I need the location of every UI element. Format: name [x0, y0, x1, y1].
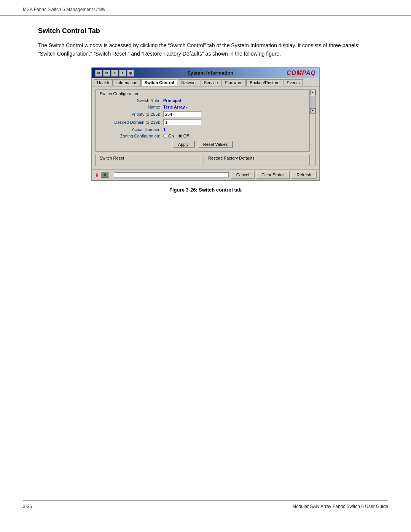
title-icon-1: ⊞ — [95, 70, 102, 77]
tab-events[interactable]: Events — [284, 79, 303, 86]
tab-bar: Health Information Switch Control Networ… — [92, 78, 319, 86]
field-zoning-config: Zoning Configuration: On Off — [99, 134, 306, 138]
reset-values-button[interactable]: Reset Values — [198, 141, 233, 148]
tab-service[interactable]: Service — [201, 79, 221, 86]
title-icon-2: ✿ — [103, 70, 110, 77]
field-switch-role: Switch Role: Principal — [99, 98, 306, 103]
input-priority[interactable] — [163, 111, 201, 117]
tab-information[interactable]: Information — [113, 79, 141, 86]
label-actual-domain: Actual Domain: — [106, 127, 163, 132]
status-icon-box: ⊞ — [101, 172, 108, 178]
footer-left: 3-36 — [23, 504, 32, 509]
title-icon-3: ≡ — [111, 70, 118, 77]
doc-footer: 3-36 Modular SAN Array Fabric Switch 6 U… — [23, 500, 388, 509]
cancel-button[interactable]: Cancel — [231, 171, 255, 179]
radio-off-circle[interactable] — [178, 134, 182, 138]
status-progress-bar — [114, 172, 229, 177]
doc-header: MSA Fabric Switch 6 Management Utility — [0, 0, 411, 16]
switch-reset-title: Switch Reset — [99, 156, 125, 160]
scroll-thumb[interactable] — [311, 96, 315, 107]
scroll-down-arrow[interactable]: ▼ — [310, 108, 315, 113]
main-panel: Switch Configuration Switch Role: Princi… — [92, 86, 319, 169]
section-title: Switch Control Tab — [38, 27, 373, 35]
tab-network[interactable]: Network — [178, 79, 200, 86]
status-icons: 🌡 ⊞ — [94, 172, 108, 178]
value-name: Terje Array - — [163, 105, 188, 109]
screenshot-window: ⊞ ✿ ≡ ✦ ◉ System Information COMPAQ Heal… — [91, 67, 320, 181]
refresh-button[interactable]: Refresh — [291, 171, 317, 179]
radio-off[interactable]: Off — [178, 134, 189, 138]
switch-config-title: Switch Configuration — [99, 91, 139, 96]
radio-on-label: On — [168, 134, 174, 138]
field-priority: Priority (1-255): — [99, 111, 306, 117]
tab-firmware[interactable]: Firmware — [221, 79, 246, 86]
radio-on[interactable]: On — [163, 134, 174, 138]
config-button-row: Apply Reset Values — [99, 141, 306, 148]
doc-content: Switch Control Tab The Switch Control wi… — [0, 16, 411, 219]
field-actual-domain: Actual Domain: 1 — [99, 127, 306, 132]
restore-defaults-group: Restore Factory Defaults — [204, 154, 310, 166]
radio-off-label: Off — [183, 134, 189, 138]
label-priority: Priority (1-255): — [106, 112, 163, 117]
restore-defaults-title: Restore Factory Defaults — [207, 156, 256, 160]
switch-reset-group: Switch Reset — [95, 154, 201, 166]
field-name: Name: Terje Array - — [99, 105, 306, 109]
panel-content: Switch Configuration Switch Role: Princi… — [95, 89, 310, 166]
title-icon-5: ◉ — [127, 70, 134, 77]
clear-status-button[interactable]: Clear Status — [256, 171, 290, 179]
title-icon-4: ✦ — [119, 70, 126, 77]
radio-on-circle[interactable] — [163, 134, 167, 138]
status-bar: 🌡 ⊞ Cancel Clear Status Refresh — [92, 169, 319, 180]
label-switch-role: Switch Role: — [106, 98, 163, 103]
bottom-groups: Switch Reset Restore Factory Defaults — [95, 154, 310, 166]
footer-right: Modular SAN Array Fabric Switch 6 User G… — [292, 504, 388, 509]
label-name: Name: — [106, 105, 163, 109]
status-buttons: Cancel Clear Status Refresh — [231, 171, 317, 179]
thermometer-icon: 🌡 — [94, 172, 100, 178]
label-zoning-config: Zoning Configuration: — [106, 134, 163, 138]
field-desired-domain: Desired Domain (1-239): — [99, 119, 306, 125]
compaq-logo: COMPAQ — [287, 70, 316, 77]
header-text: MSA Fabric Switch 6 Management Utility — [23, 7, 105, 12]
title-icon-group: ⊞ ✿ ≡ ✦ ◉ — [95, 70, 134, 77]
title-bar-inner: ⊞ ✿ ≡ ✦ ◉ System Information COMPAQ — [95, 70, 316, 77]
window-title: System Information — [137, 70, 284, 76]
value-actual-domain: 1 — [163, 127, 166, 132]
apply-button[interactable]: Apply — [172, 141, 195, 148]
tab-backup-restore[interactable]: Backup/Restore — [246, 79, 283, 86]
radio-group-zoning: On Off — [163, 134, 189, 138]
scroll-up-arrow[interactable]: ▲ — [310, 90, 315, 95]
label-desired-domain: Desired Domain (1-239): — [106, 120, 163, 125]
input-desired-domain[interactable] — [163, 119, 201, 125]
switch-config-group: Switch Configuration Switch Role: Princi… — [95, 89, 310, 152]
scrollbar[interactable]: ▲ ▼ — [310, 89, 316, 166]
title-bar: ⊞ ✿ ≡ ✦ ◉ System Information COMPAQ — [92, 68, 319, 78]
figure-caption: Figure 3-26: Switch control tab — [38, 187, 373, 193]
value-switch-role: Principal — [163, 98, 181, 103]
tab-health[interactable]: Health — [94, 79, 113, 86]
section-paragraph: The Switch Control window is accessed by… — [38, 41, 373, 58]
tab-switch-control[interactable]: Switch Control — [141, 79, 178, 86]
